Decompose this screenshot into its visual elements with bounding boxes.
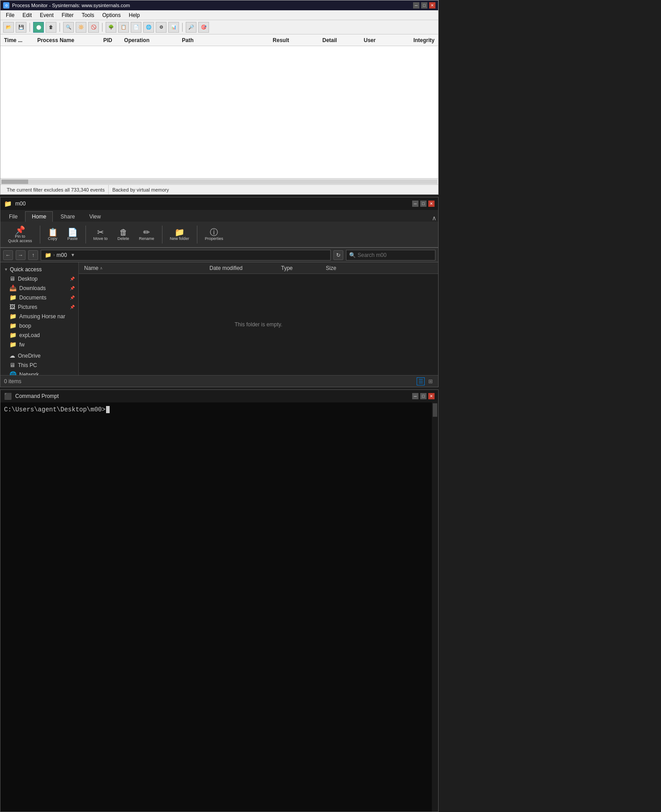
procmon-statusbar: The current filter excludes all 733,340 … — [0, 184, 438, 194]
filelist-colheader: Name ∧ Date modified Type Size — [79, 262, 438, 274]
sidebar-item-network[interactable]: 🌐 Network — [0, 370, 78, 375]
ribbon-rename-btn[interactable]: ✏ Rename — [135, 226, 158, 243]
ribbon-expand-icon[interactable]: ∧ — [432, 214, 436, 222]
col-operation[interactable]: Operation — [122, 37, 180, 43]
procmon-menu-help[interactable]: Help — [125, 11, 144, 19]
col-detail[interactable]: Detail — [320, 37, 362, 43]
sidebar-item-amusing[interactable]: 📁 Amusing Horse nar — [0, 312, 78, 321]
procmon-minimize-btn[interactable]: ─ — [413, 2, 419, 9]
procmon-menu-file[interactable]: File — [2, 11, 18, 19]
explorer-minimize-btn[interactable]: ─ — [412, 201, 418, 207]
toolbar-btn-highlight[interactable]: 🔆 — [76, 22, 86, 33]
sidebar-section-onedrive: ☁ OneDrive 🖥 This PC 🌐 Network 🐧 Linux — [0, 351, 78, 375]
icons-view-btn[interactable]: ⊞ — [426, 377, 435, 385]
explorer-close-btn[interactable]: ✕ — [428, 201, 435, 207]
cmd-content[interactable]: C:\Users\agent\Desktop\m00> — [0, 402, 438, 812]
addr-dropdown-icon[interactable]: ▼ — [71, 252, 75, 257]
col-integrity[interactable]: Integrity — [412, 37, 436, 43]
toolbar-btn-file[interactable]: 📄 — [131, 22, 141, 33]
ribbon-moveto-btn[interactable]: ✂ Move to — [90, 226, 112, 243]
toolbar-btn-tree[interactable]: 🌳 — [106, 22, 116, 33]
explorer-maximize-btn[interactable]: □ — [420, 201, 426, 207]
cmd-app-icon: ⬛ — [4, 393, 12, 400]
col-pid[interactable]: PID — [102, 37, 123, 43]
sidebar-item-thispc[interactable]: 🖥 This PC — [0, 360, 78, 370]
ribbon-pin-btn[interactable]: 📌 Pin toQuick access — [4, 224, 36, 245]
sidebar-header-quickaccess[interactable]: ▼ Quick access — [0, 265, 78, 274]
search-box[interactable]: 🔍 — [346, 250, 435, 261]
col-user[interactable]: User — [362, 37, 412, 43]
col-name[interactable]: Name ∧ — [82, 265, 208, 271]
delete-icon: 🗑 — [119, 228, 128, 236]
up-btn[interactable]: ↑ — [28, 250, 38, 260]
details-view-btn[interactable]: ☰ — [417, 377, 425, 385]
procmon-menu-edit[interactable]: Edit — [19, 11, 35, 19]
col-date[interactable]: Date modified — [208, 265, 279, 271]
procmon-menu-event[interactable]: Event — [36, 11, 57, 19]
toolbar-btn-registry[interactable]: 📋 — [118, 22, 129, 33]
ribbon-props-btn[interactable]: ⓘ Properties — [201, 226, 227, 243]
col-type[interactable]: Type — [279, 265, 324, 271]
onedrive-icon: ☁ — [9, 352, 15, 359]
address-bar[interactable]: 📁 › m00 ▼ — [41, 250, 331, 261]
back-btn[interactable]: ← — [3, 250, 13, 260]
procmon-maximize-btn[interactable]: □ — [421, 2, 427, 9]
toolbar-btn-profile[interactable]: 📊 — [168, 22, 179, 33]
col-result[interactable]: Result — [271, 37, 320, 43]
toolbar-btn-proc[interactable]: ⚙ — [156, 22, 166, 33]
toolbar-btn-clear[interactable]: 🗑 — [46, 22, 56, 33]
sidebar-item-onedrive[interactable]: ☁ OneDrive — [0, 351, 78, 360]
sidebar-item-desktop[interactable]: 🖥 Desktop 📌 — [0, 274, 78, 283]
search-input[interactable] — [358, 252, 432, 258]
cmd-minimize-btn[interactable]: ─ — [412, 393, 418, 399]
breadcrumb-folder-icon: 📁 — [45, 252, 51, 258]
procmon-menu-filter[interactable]: Filter — [58, 11, 77, 19]
sidebar-item-fw[interactable]: 📁 fw — [0, 340, 78, 349]
col-size[interactable]: Size — [324, 265, 360, 271]
cmd-close-btn[interactable]: ✕ — [428, 393, 435, 399]
thispc-icon: 🖥 — [9, 362, 15, 368]
toolbar-btn-net[interactable]: 🌐 — [143, 22, 154, 33]
ribbon-tab-view[interactable]: View — [82, 211, 107, 222]
toolbar-btn-target[interactable]: 🎯 — [198, 22, 209, 33]
explorer-app-icon: 📁 — [4, 200, 12, 207]
sidebar-item-documents[interactable]: 📁 Documents 📌 — [0, 293, 78, 302]
explorer-ribbon: File Home Share View ∧ 📌 Pin toQuick acc… — [0, 210, 438, 248]
sidebar-pictures-label: Pictures — [18, 304, 37, 310]
ribbon-tab-file[interactable]: File — [2, 211, 24, 222]
ribbon-paste-btn[interactable]: 📄 Paste — [64, 226, 82, 243]
procmon-menu-tools[interactable]: Tools — [78, 11, 98, 19]
col-path[interactable]: Path — [180, 37, 271, 43]
toolbar-btn-capture[interactable]: ⬤ — [33, 22, 44, 33]
explorer-titlebar: 📁 m00 ─ □ ✕ — [0, 197, 438, 210]
sidebar-item-pictures[interactable]: 🖼 Pictures 📌 — [0, 302, 78, 312]
ribbon-tab-share[interactable]: Share — [54, 211, 81, 222]
toolbar-btn-exclude[interactable]: 🚫 — [88, 22, 99, 33]
procmon-hscrollbar[interactable] — [0, 178, 438, 184]
procmon-menu-options[interactable]: Options — [98, 11, 124, 19]
fw-folder-icon: 📁 — [9, 341, 17, 348]
props-icon: ⓘ — [210, 228, 218, 236]
ribbon-tab-home[interactable]: Home — [25, 211, 53, 222]
col-processname[interactable]: Process Name — [35, 37, 102, 43]
col-time[interactable]: Time ... — [2, 37, 35, 43]
hscroll-track — [1, 179, 437, 184]
toolbar-btn-open[interactable]: 📂 — [3, 22, 14, 33]
ribbon-copy-btn[interactable]: 📋 Copy — [44, 226, 62, 243]
toolbar-btn-filter[interactable]: 🔍 — [63, 22, 74, 33]
moveto-icon: ✂ — [97, 228, 104, 236]
ribbon-delete-btn[interactable]: 🗑 Delete — [114, 226, 133, 243]
sidebar-item-expload[interactable]: 📁 expLoad — [0, 330, 78, 340]
cmd-scrollbar[interactable] — [432, 402, 438, 812]
ribbon-newfolder-btn[interactable]: 📁 New folder — [166, 226, 193, 243]
toolbar-btn-magnify[interactable]: 🔎 — [186, 22, 196, 33]
sidebar-item-boop[interactable]: 📁 boop — [0, 321, 78, 330]
toolbar-btn-save[interactable]: 💾 — [16, 22, 26, 33]
cmd-scroll-thumb — [433, 403, 437, 417]
explorer-status-text: 0 items — [4, 378, 21, 385]
sidebar-item-downloads[interactable]: 📥 Downloads 📌 — [0, 283, 78, 293]
forward-btn[interactable]: → — [16, 250, 26, 260]
procmon-close-btn[interactable]: ✕ — [429, 2, 435, 9]
cmd-maximize-btn[interactable]: □ — [420, 393, 426, 399]
refresh-btn[interactable]: ↻ — [333, 250, 343, 260]
